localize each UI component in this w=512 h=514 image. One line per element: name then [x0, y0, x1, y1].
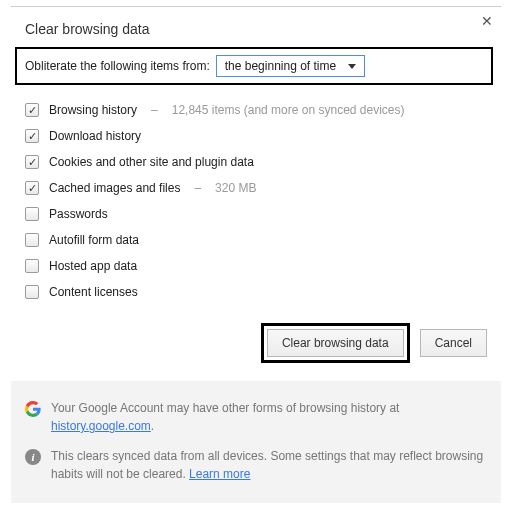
option-row: Autofill form data [25, 227, 487, 253]
checkbox[interactable] [25, 155, 39, 169]
footer-sync-row: i This clears synced data from all devic… [25, 441, 487, 489]
time-range-label: Obliterate the following items from: [25, 59, 210, 73]
option-label: Cached images and files [49, 181, 180, 195]
checkbox[interactable] [25, 181, 39, 195]
dialog-buttons: Clear browsing data Cancel [11, 309, 501, 381]
option-label: Cookies and other site and plugin data [49, 155, 254, 169]
footer-sync-text: This clears synced data from all devices… [51, 447, 487, 483]
checkbox[interactable] [25, 129, 39, 143]
checkbox[interactable] [25, 285, 39, 299]
separator: – [151, 103, 158, 117]
option-label: Content licenses [49, 285, 138, 299]
option-row: Content licenses [25, 279, 487, 305]
cancel-button[interactable]: Cancel [420, 329, 487, 357]
option-label: Autofill form data [49, 233, 139, 247]
chevron-down-icon [348, 64, 356, 69]
option-row: Cached images and files–320 MB [25, 175, 487, 201]
option-row: Passwords [25, 201, 487, 227]
dialog-title: Clear browsing data [11, 7, 501, 47]
time-range-select[interactable]: the beginning of time [216, 55, 365, 77]
option-meta: 12,845 items (and more on synced devices… [172, 103, 405, 117]
history-link[interactable]: history.google.com [51, 419, 151, 433]
checkbox[interactable] [25, 233, 39, 247]
option-label: Download history [49, 129, 141, 143]
clear-browsing-data-dialog: ✕ Clear browsing data Obliterate the fol… [11, 6, 501, 505]
separator: – [194, 181, 201, 195]
info-icon: i [25, 449, 41, 465]
checkbox[interactable] [25, 207, 39, 221]
option-label: Hosted app data [49, 259, 137, 273]
option-row: Download history [25, 123, 487, 149]
option-meta: 320 MB [215, 181, 256, 195]
footer-account-text: Your Google Account may have other forms… [51, 399, 487, 435]
google-logo-icon [25, 401, 41, 417]
option-label: Passwords [49, 207, 108, 221]
options-list: Browsing history–12,845 items (and more … [11, 85, 501, 309]
checkbox[interactable] [25, 259, 39, 273]
footer-account-row: Your Google Account may have other forms… [25, 393, 487, 441]
clear-button-highlight: Clear browsing data [261, 323, 410, 363]
learn-more-link[interactable]: Learn more [189, 467, 250, 481]
option-row: Browsing history–12,845 items (and more … [25, 97, 487, 123]
clear-browsing-data-button[interactable]: Clear browsing data [267, 329, 404, 357]
option-row: Hosted app data [25, 253, 487, 279]
time-range-value: the beginning of time [225, 59, 336, 73]
option-row: Cookies and other site and plugin data [25, 149, 487, 175]
time-range-row: Obliterate the following items from: the… [15, 47, 493, 85]
dialog-footer: Your Google Account may have other forms… [11, 381, 501, 503]
option-label: Browsing history [49, 103, 137, 117]
close-icon[interactable]: ✕ [481, 13, 493, 29]
checkbox[interactable] [25, 103, 39, 117]
